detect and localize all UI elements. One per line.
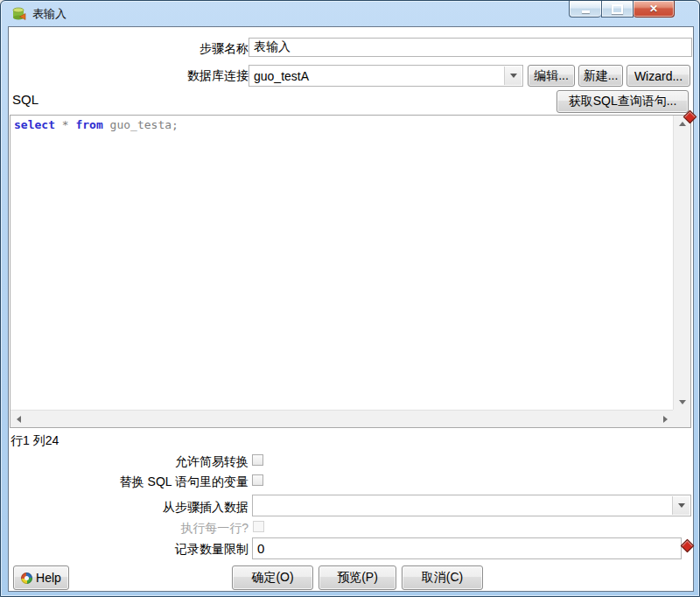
chevron-down-icon [678,503,685,508]
arrow-up-icon [679,122,686,126]
db-connection-dropdown-button[interactable] [504,67,522,85]
sql-editor[interactable]: select * from guo_testa; [10,115,691,428]
cancel-button[interactable]: 取消(C) [402,565,483,590]
help-button-label: Help [36,571,61,585]
minimize-icon [582,11,590,13]
insert-from-step-combobox[interactable] [252,495,691,516]
arrow-right-icon [663,416,668,423]
db-connection-label: 数据库连接 [30,68,248,83]
maximize-button[interactable] [601,1,634,18]
window-title: 表输入 [32,6,66,22]
insert-from-step-dropdown-button[interactable] [672,496,690,515]
arrow-left-icon [17,416,21,423]
lazy-conversion-checkbox[interactable] [252,454,263,466]
sql-code-line: select * from guo_testa; [14,118,178,132]
execute-each-row-checkbox [253,521,264,532]
close-icon: ✕ [649,4,658,14]
limit-input[interactable] [252,537,682,559]
new-connection-button[interactable]: 新建... [578,65,623,87]
minimize-button[interactable] [569,1,601,18]
scroll-right-button[interactable] [657,411,673,428]
close-button[interactable]: ✕ [634,1,675,18]
insert-from-step-label: 从步骤插入数据 [30,500,248,515]
table-input-step-icon[interactable] [11,6,27,22]
dialog-body: 步骤名称 数据库连接 guo_testA 编辑... 新建... Wizard.… [8,26,694,592]
maximize-icon [612,4,623,14]
step-name-label: 步骤名称 [30,41,248,56]
scroll-left-button[interactable] [10,411,26,428]
ok-button[interactable]: 确定(O) [232,565,313,590]
sql-section-label: SQL [12,92,38,107]
step-name-input[interactable] [248,38,692,57]
lazy-conversion-label: 允许简易转换 [30,454,248,469]
window-controls: ✕ [569,1,675,18]
help-icon [21,572,32,584]
edit-connection-button[interactable]: 编辑... [528,65,575,87]
replace-variables-checkbox[interactable] [252,474,263,486]
chevron-down-icon [510,74,517,78]
limit-label: 记录数量限制 [30,542,248,557]
caret-position-status: 行1 列24 [10,433,59,449]
scroll-down-button[interactable] [674,394,691,410]
preview-button[interactable]: 预览(P) [318,565,396,590]
get-sql-statement-button[interactable]: 获取SQL查询语句... [556,90,689,113]
sql-vertical-scrollbar[interactable] [673,116,690,410]
arrow-down-icon [679,400,686,404]
db-connection-value: guo_testA [249,69,313,83]
replace-variables-label: 替换 SQL 语句里的变量 [30,474,248,489]
wizard-connection-button[interactable]: Wizard... [626,65,690,87]
sql-horizontal-scrollbar[interactable] [10,410,673,427]
db-connection-combobox[interactable]: guo_testA [248,65,523,87]
help-button[interactable]: Help [13,565,69,590]
execute-each-row-label: 执行每一行? [30,521,248,536]
variable-indicator-icon [681,539,695,553]
table-input-dialog: 表输入 ✕ 步骤名称 数据库连接 guo_testA 编辑... 新建... W… [0,0,700,597]
scrollbar-corner [673,410,690,427]
